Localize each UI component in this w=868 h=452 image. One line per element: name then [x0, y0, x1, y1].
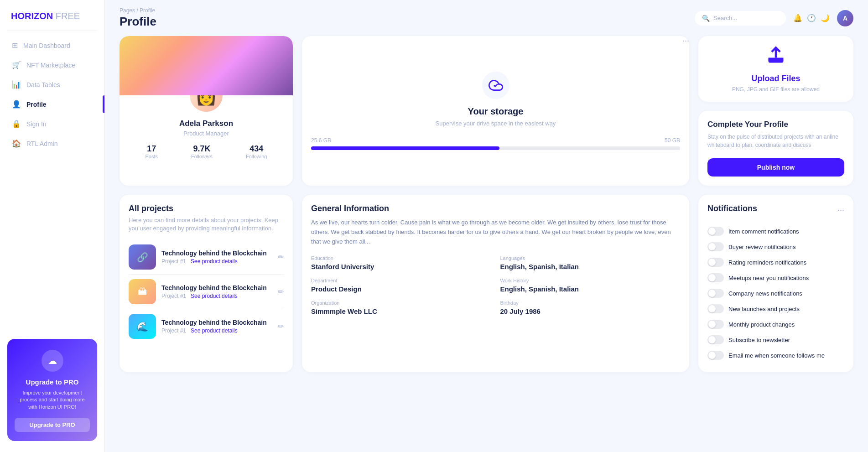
complete-desc: Stay on the pulse of distributed project…: [707, 133, 844, 149]
sidebar-item-rtl-admin[interactable]: 🏠 RTL Admin: [5, 135, 99, 152]
clock-icon[interactable]: 🕐: [807, 14, 816, 22]
sidebar-item-label: RTL Admin: [26, 140, 57, 147]
project-item-3: 🌊 Technology behind the Blockchain Proje…: [129, 309, 284, 343]
sidebar-item-data-tables[interactable]: 📊 Data Tables: [5, 76, 99, 94]
project-item-2: 🏔 Technology behind the Blockchain Proje…: [129, 275, 284, 309]
sidebar-item-sign-in[interactable]: 🔒 Sign In: [5, 115, 99, 133]
project-edit-icon-2[interactable]: ✏: [278, 287, 284, 296]
search-bar[interactable]: 🔍 Search...: [695, 11, 786, 26]
notif-more-icon[interactable]: ···: [837, 205, 844, 215]
project-info-2: Technology behind the Blockchain Project…: [161, 284, 272, 299]
storage-bar-bg: [311, 146, 680, 150]
page-title: Profile: [120, 15, 156, 29]
main-content: Pages / Profile Profile 🔍 Search... 🔔 🕐 …: [105, 0, 868, 452]
project-link-3[interactable]: See product details: [191, 327, 238, 334]
table-icon: 📊: [12, 80, 21, 89]
info-label-department: Department: [311, 278, 491, 283]
cloud-check-icon: [489, 78, 503, 93]
notif-label-4: Company news notifications: [728, 290, 802, 297]
sidebar-item-label: NFT Marketplace: [26, 62, 75, 69]
upgrade-desc: Improve your development process and sta…: [15, 390, 90, 410]
stat-following-value: 434: [246, 144, 267, 154]
projects-desc: Here you can find more details about you…: [129, 216, 284, 233]
projects-card: All projects Here you can find more deta…: [120, 195, 293, 372]
profile-banner: [120, 36, 293, 95]
info-label-education: Education: [311, 255, 491, 261]
project-edit-icon-1[interactable]: ✏: [278, 253, 284, 261]
toggle-rating-reminders[interactable]: [707, 258, 724, 267]
toggle-meetups[interactable]: [707, 273, 724, 282]
notif-item-3: Meetups near you notifications: [707, 270, 844, 286]
toggle-knob: [708, 352, 716, 359]
topbar-left: Pages / Profile Profile: [120, 7, 156, 29]
notif-item-7: Subscribe to newsletter: [707, 332, 844, 348]
stat-posts-value: 17: [145, 144, 158, 154]
stat-following: 434 Following: [246, 144, 267, 159]
project-edit-icon-3[interactable]: ✏: [278, 322, 284, 331]
toggle-monthly-changes[interactable]: [707, 320, 724, 329]
publish-button[interactable]: Publish now: [707, 158, 844, 177]
general-info-title: General Information: [311, 204, 680, 213]
toggle-company-news[interactable]: [707, 289, 724, 298]
moon-icon[interactable]: 🌙: [821, 14, 830, 22]
project-name-1: Technology behind the Blockchain: [161, 249, 272, 257]
cart-icon: 🛒: [12, 61, 21, 69]
storage-total: 50 GB: [665, 137, 680, 144]
toggle-buyer-review[interactable]: [707, 242, 724, 251]
info-field-languages: Languages English, Spanish, Italian: [500, 255, 681, 270]
bell-icon[interactable]: 🔔: [793, 14, 802, 22]
storage-used: 25.6 GB: [311, 137, 331, 144]
project-sub-3: Project #1 See product details: [161, 327, 272, 334]
toggle-follows[interactable]: [707, 351, 724, 360]
breadcrumb-current: Profile: [140, 7, 155, 14]
stat-posts-label: Posts: [145, 154, 158, 159]
info-value-birthday: 20 July 1986: [500, 307, 681, 315]
notif-label-8: Email me when someone follows me: [728, 352, 825, 359]
project-item-1: 🔗 Technology behind the Blockchain Proje…: [129, 240, 284, 275]
search-placeholder: Search...: [713, 15, 737, 21]
project-link-1[interactable]: See product details: [191, 258, 238, 265]
sidebar-item-main-dashboard[interactable]: ⊞ Main Dashboard: [5, 36, 99, 54]
stat-followers-label: Followers: [191, 154, 213, 159]
toggle-new-launches[interactable]: [707, 304, 724, 313]
sidebar-item-label: Profile: [26, 101, 47, 108]
project-sub-1: Project #1 See product details: [161, 258, 272, 265]
info-field-birthday: Birthday 20 July 1986: [500, 300, 681, 315]
info-label-organization: Organization: [311, 300, 491, 306]
toggle-knob: [708, 336, 716, 343]
profile-role: Product Manager: [129, 130, 284, 137]
stat-followers-value: 9.7K: [191, 144, 213, 154]
project-thumb-2: 🏔: [129, 279, 156, 304]
toggle-newsletter[interactable]: [707, 335, 724, 344]
upgrade-button[interactable]: Upgrade to PRO: [15, 418, 90, 432]
right-column: Upload Files PNG, JPG and GIF files are …: [698, 36, 853, 186]
sidebar-divider: [7, 31, 97, 31]
sidebar-item-profile[interactable]: 👤 Profile: [5, 95, 99, 113]
stat-following-label: Following: [246, 154, 267, 159]
breadcrumb-parent: Pages: [120, 7, 135, 14]
notif-label-3: Meetups near you notifications: [728, 275, 809, 281]
project-sub-2: Project #1 See product details: [161, 293, 272, 299]
active-indicator: [103, 95, 104, 113]
lock-icon: 🔒: [12, 119, 21, 128]
toggle-item-comment[interactable]: [707, 227, 724, 236]
sidebar-item-nft-marketplace[interactable]: 🛒 NFT Marketplace: [5, 56, 99, 74]
toggle-knob: [708, 290, 716, 297]
logo: HORIZON FREE: [0, 0, 104, 31]
project-link-2[interactable]: See product details: [191, 293, 238, 299]
toggle-knob: [708, 274, 716, 281]
project-info-1: Technology behind the Blockchain Project…: [161, 249, 272, 265]
storage-more-icon[interactable]: ···: [682, 36, 689, 46]
logo-main: HORIZON: [11, 11, 53, 21]
user-avatar[interactable]: A: [837, 10, 853, 26]
complete-title: Complete Your Profile: [707, 120, 844, 129]
info-grid: Education Stanford University Languages …: [311, 255, 680, 315]
upload-card: Upload Files PNG, JPG and GIF files are …: [698, 36, 853, 102]
storage-bar-fill: [311, 146, 499, 150]
info-label-languages: Languages: [500, 255, 681, 261]
project-info-3: Technology behind the Blockchain Project…: [161, 319, 272, 334]
upgrade-title: Upgrade to PRO: [15, 378, 90, 386]
sidebar-item-label: Main Dashboard: [23, 42, 70, 49]
notif-item-0: Item comment notifications: [707, 223, 844, 239]
profile-card: 👩 Adela Parkson Product Manager 17 Posts…: [120, 36, 293, 186]
